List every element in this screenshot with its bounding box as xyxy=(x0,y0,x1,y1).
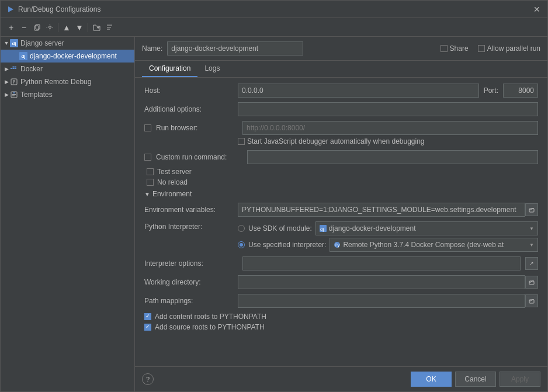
dj-icon: dj xyxy=(10,39,18,47)
templates-arrow: ▶ xyxy=(3,92,10,98)
env-browse-button[interactable] xyxy=(525,203,538,216)
additional-options-label: Additional options: xyxy=(144,105,238,113)
add-content-roots-row: Add content roots to PYTHONPATH xyxy=(144,313,538,321)
env-variables-label: Environment variables: xyxy=(144,206,238,214)
allow-parallel-label: Allow parallel run xyxy=(478,44,540,53)
env-variables-input[interactable] xyxy=(238,203,525,217)
help-button[interactable]: ? xyxy=(142,373,154,385)
sidebar-item-django-server[interactable]: ▼ dj Django server xyxy=(1,37,134,50)
share-checkbox-label: Share xyxy=(441,44,469,53)
working-dir-browse-button[interactable] xyxy=(525,276,538,289)
add-content-roots-label: Add content roots to PYTHONPATH xyxy=(155,313,266,321)
sidebar-item-python-remote-debug[interactable]: ▶ Python Remote Debug xyxy=(1,75,134,88)
run-browser-checkbox[interactable] xyxy=(144,124,151,131)
custom-run-checkbox[interactable] xyxy=(144,154,151,161)
share-label: Share xyxy=(450,44,469,53)
interpreter-options-row: Interpreter options: ↗ xyxy=(144,256,538,270)
specified-dropdown[interactable]: Py Remote Python 3.7.4 Docker Compose (d… xyxy=(330,238,538,252)
env-variables-row: Environment variables: xyxy=(144,203,538,217)
django-icon-small: dj xyxy=(320,225,327,232)
custom-run-label: Custom run command: xyxy=(156,153,242,161)
apply-button[interactable]: Apply xyxy=(500,372,540,387)
run-browser-label: Run browser: xyxy=(156,124,238,132)
cancel-button[interactable]: Cancel xyxy=(455,372,496,387)
use-specified-radio[interactable] xyxy=(238,241,245,248)
sort-button[interactable] xyxy=(103,22,115,33)
python-interpreter-label: Python Interpreter: xyxy=(144,221,238,231)
sdk-dropdown[interactable]: dj django-docker-development ▼ xyxy=(315,221,538,235)
additional-options-input[interactable] xyxy=(238,102,538,116)
sidebar-item-docker[interactable]: ▶ Docker xyxy=(1,63,134,75)
interp-options-expand-btn[interactable]: ↗ xyxy=(525,257,538,270)
add-button[interactable]: + xyxy=(5,22,17,33)
sidebar-item-templates[interactable]: ▶ Templates xyxy=(1,88,134,101)
remove-button[interactable]: − xyxy=(18,22,30,33)
tab-logs[interactable]: Logs xyxy=(197,61,227,77)
dj-icon-2: dj xyxy=(19,52,27,60)
add-content-roots-checkbox[interactable] xyxy=(144,313,151,320)
interpreter-section: Python Interpreter: Use SDK of module: d… xyxy=(144,221,538,252)
host-row: Host: Port: xyxy=(144,84,538,98)
run-debug-dialog: Run/Debug Configurations ✕ + − ▲ ▼ ▼ xyxy=(0,0,548,392)
add-source-roots-checkbox[interactable] xyxy=(144,324,151,331)
run-debug-icon xyxy=(6,5,15,13)
svg-rect-13 xyxy=(15,67,16,68)
move-down-button[interactable]: ▼ xyxy=(74,22,85,33)
port-input[interactable] xyxy=(503,84,538,98)
working-directory-input[interactable] xyxy=(238,275,525,289)
host-input[interactable] xyxy=(238,84,479,98)
close-button[interactable]: ✕ xyxy=(532,5,542,14)
title-bar-left: Run/Debug Configurations xyxy=(6,5,100,13)
share-checkbox[interactable] xyxy=(441,45,448,52)
ok-button[interactable]: OK xyxy=(411,372,452,387)
create-folder-button[interactable] xyxy=(91,22,102,33)
use-specified-row: Use specified interpreter: Py Remote Pyt… xyxy=(238,238,538,252)
allow-parallel-checkbox[interactable] xyxy=(478,45,485,52)
test-server-label: Test server xyxy=(157,168,192,176)
tabs-bar: Configuration Logs xyxy=(135,61,547,78)
no-reload-checkbox[interactable] xyxy=(147,179,154,186)
sidebar-item-django-docker-dev[interactable]: dj django-docker-development xyxy=(1,50,134,63)
docker-icon xyxy=(10,65,18,73)
test-server-checkbox[interactable] xyxy=(147,168,154,175)
specified-value: Remote Python 3.7.4 Docker Compose (dev-… xyxy=(343,241,504,249)
sidebar-item-label: Python Remote Debug xyxy=(20,78,91,86)
dialog-title: Run/Debug Configurations xyxy=(18,5,100,13)
sidebar-item-label: Docker xyxy=(20,65,43,73)
docker-arrow: ▶ xyxy=(3,66,10,72)
path-mappings-input[interactable] xyxy=(238,294,525,308)
allow-parallel-text: Allow parallel run xyxy=(487,44,540,53)
custom-run-input[interactable] xyxy=(247,150,538,164)
use-sdk-radio[interactable] xyxy=(238,225,245,232)
svg-marker-0 xyxy=(8,6,13,12)
main-content: ▼ dj Django server dj django-docker-deve… xyxy=(1,37,547,391)
host-label: Host: xyxy=(144,86,238,95)
add-source-roots-row: Add source roots to PYTHONPATH xyxy=(144,323,538,331)
interpreter-options-input[interactable] xyxy=(242,256,521,270)
js-debugger-checkbox[interactable] xyxy=(238,138,245,145)
path-mappings-row: Path mappings: xyxy=(144,294,538,308)
sdk-dropdown-arrow: ▼ xyxy=(529,226,534,231)
add-source-roots-label: Add source roots to PYTHONPATH xyxy=(155,323,265,331)
path-mappings-browse-button[interactable] xyxy=(525,294,538,307)
svg-rect-9 xyxy=(11,68,12,69)
tab-configuration[interactable]: Configuration xyxy=(142,61,197,77)
title-bar: Run/Debug Configurations ✕ xyxy=(1,1,547,18)
working-directory-label: Working directory: xyxy=(144,278,238,286)
environment-section-header[interactable]: ▼ Environment xyxy=(144,190,538,198)
interpreter-options-label: Interpreter options: xyxy=(144,259,238,268)
config-content: Host: Port: Additional options: Run brow… xyxy=(135,78,547,366)
svg-text:Py: Py xyxy=(335,243,340,248)
js-debugger-row: Start JavaScript debugger automatically … xyxy=(238,137,538,145)
collapse-arrow: ▼ xyxy=(3,40,10,46)
run-browser-input[interactable] xyxy=(242,121,538,135)
templates-icon xyxy=(10,91,18,99)
move-up-button[interactable]: ▲ xyxy=(61,22,72,33)
sidebar-item-label: Django server xyxy=(20,39,64,47)
right-panel: Name: Share Allow parallel run Configura… xyxy=(135,37,547,391)
settings-button[interactable] xyxy=(44,22,56,33)
svg-rect-11 xyxy=(15,68,16,69)
name-input[interactable] xyxy=(167,41,303,55)
copy-button[interactable] xyxy=(31,22,43,33)
svg-point-3 xyxy=(48,26,51,29)
